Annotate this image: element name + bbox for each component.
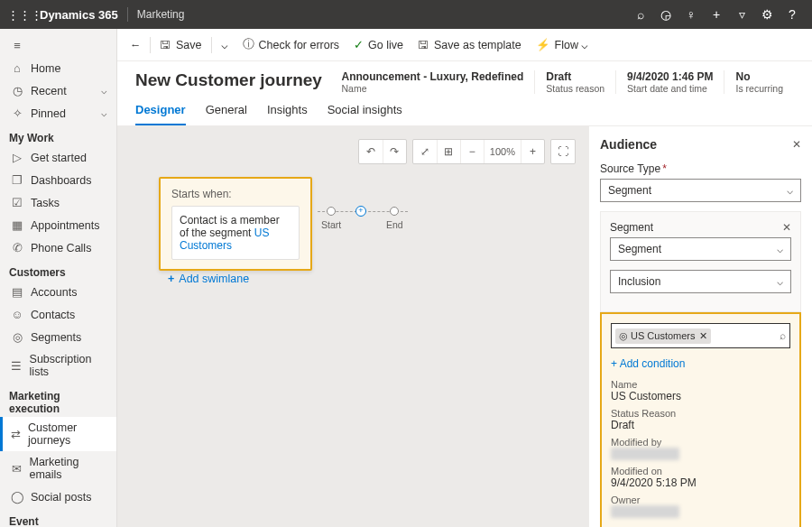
nav-home[interactable]: ⌂Home [0, 57, 116, 79]
nav-social[interactable]: ◯Social posts [0, 485, 116, 508]
map-icon[interactable]: ⊞ [437, 140, 460, 163]
segment-label: Segment [610, 221, 653, 234]
tab-social-insights[interactable]: Social insights [328, 94, 402, 125]
nav-emails[interactable]: ✉Marketing emails [0, 451, 116, 485]
back-button[interactable]: ← [123, 32, 148, 59]
inclusion-dropdown[interactable]: Inclusion [610, 270, 791, 293]
flow-connector: + Start End [318, 211, 408, 212]
filter-icon[interactable]: ▿ [729, 7, 754, 22]
segment-lookup[interactable]: ◎US Customers✕ ⌕ [611, 323, 790, 348]
nav-phone[interactable]: ✆Phone Calls [0, 236, 116, 259]
panel-close-icon[interactable]: ✕ [792, 138, 801, 151]
tile-heading: Starts when: [171, 188, 300, 200]
form-tabs: Designer General Insights Social insight… [117, 94, 812, 126]
search-icon[interactable]: ⌕ [628, 7, 653, 22]
save-button[interactable]: 🖫Save [152, 32, 209, 59]
meta-start: 9/4/2020 1:46 PM [627, 70, 713, 83]
nav-section-mywork: My Work [0, 125, 116, 146]
task-icon[interactable]: ◶ [653, 7, 678, 22]
detail-modifiedby: ████████ [611, 448, 679, 460]
global-top-bar: ⋮⋮⋮ Dynamics 365 Marketing ⌕ ◶ ♀ + ▿ ⚙ ? [0, 0, 812, 29]
zoom-out-icon[interactable]: − [460, 140, 484, 163]
nav-getstarted[interactable]: ▷Get started [0, 146, 116, 169]
nav-pinned[interactable]: ✧Pinned⌵ [0, 102, 116, 125]
source-type-dropdown[interactable]: Segment [600, 179, 801, 202]
nav-tasks[interactable]: ☑Tasks [0, 191, 116, 214]
nav-hamburger[interactable]: ≡ [0, 34, 116, 57]
go-live-button[interactable]: ✓Go live [346, 32, 411, 59]
nav-section-customers: Customers [0, 259, 116, 281]
nav-journeys[interactable]: ⇄Customer journeys [0, 417, 116, 451]
detail-modifiedon: 9/4/2020 5:18 PM [611, 476, 790, 489]
meta-recurring: No [735, 70, 783, 83]
nav-dashboards[interactable]: ❐Dashboards [0, 169, 116, 191]
product-name: Dynamics 365 [40, 8, 118, 22]
check-errors-button[interactable]: ⓘCheck for errors [235, 32, 347, 59]
detail-owner: ████████ [611, 505, 679, 518]
meta-name: Announcement - Luxury, Redefined [341, 70, 523, 83]
area-name[interactable]: Marketing [137, 8, 185, 21]
add-condition-link[interactable]: + Add condition [611, 357, 790, 370]
flow-start-node[interactable] [327, 207, 336, 216]
redo-button[interactable]: ↷ [383, 140, 406, 163]
chip-remove-icon[interactable]: ✕ [699, 330, 707, 342]
nav-segments[interactable]: ◎Segments [0, 326, 116, 348]
nav-appointments[interactable]: ▦Appointments [0, 214, 116, 236]
page-header: New Customer journey Announcement - Luxu… [117, 61, 812, 94]
start-tile[interactable]: Starts when: Contact is a member of the … [159, 177, 312, 271]
settings-icon[interactable]: ⚙ [754, 7, 780, 22]
undo-button[interactable]: ↶ [359, 140, 383, 163]
flow-add-node[interactable]: + [355, 206, 366, 217]
zoom-in-icon[interactable]: + [521, 140, 544, 163]
app-launcher-icon[interactable]: ⋮⋮⋮ [7, 8, 36, 22]
segment-dropdown[interactable]: Segment [610, 237, 791, 261]
highlighted-details: ◎US Customers✕ ⌕ + Add condition Name US… [600, 312, 801, 527]
nav-recent[interactable]: ◷Recent⌵ [0, 79, 116, 102]
nav-sublists[interactable]: ☰Subscription lists [0, 348, 116, 383]
flow-end-node[interactable] [390, 207, 399, 216]
meta-status: Draft [546, 70, 604, 83]
zoom-level: 100% [484, 140, 521, 163]
lookup-search-icon[interactable]: ⌕ [780, 329, 786, 342]
add-swimlane-button[interactable]: Add swimlane [168, 273, 249, 285]
audience-panel: Audience ✕ Source Type* Segment Segment✕… [588, 126, 812, 527]
lookup-chip: ◎US Customers✕ [615, 328, 711, 344]
segment-remove-icon[interactable]: ✕ [782, 221, 791, 234]
help-icon[interactable]: ? [780, 7, 805, 22]
tile-body: Contact is a member of the segment US Cu… [171, 206, 300, 260]
save-template-button[interactable]: 🖫Save as template [411, 32, 529, 59]
plus-icon[interactable]: + [704, 7, 729, 22]
detail-name: US Customers [611, 390, 790, 402]
detail-status: Draft [611, 419, 790, 431]
tab-general[interactable]: General [206, 94, 247, 125]
left-navigation: ≡ ⌂Home ◷Recent⌵ ✧Pinned⌵ My Work ▷Get s… [0, 29, 117, 527]
nav-section-events: Event management [0, 508, 116, 527]
tab-designer[interactable]: Designer [135, 94, 186, 125]
page-title: New Customer journey [135, 70, 322, 90]
flow-button[interactable]: ⚡Flow ⌵ [529, 32, 596, 59]
tab-insights[interactable]: Insights [267, 94, 308, 125]
command-bar: ← 🖫Save ⌵ ⓘCheck for errors ✓Go live 🖫Sa… [117, 29, 812, 61]
fullscreen-icon[interactable]: ⛶ [551, 140, 575, 163]
source-type-label: Source Type [600, 162, 660, 175]
lightbulb-icon[interactable]: ♀ [678, 7, 704, 22]
panel-title: Audience [600, 137, 657, 152]
nav-accounts[interactable]: ▤Accounts [0, 281, 116, 303]
nav-section-marketing: Marketing execution [0, 383, 116, 417]
expand-icon[interactable]: ⤢ [413, 140, 437, 163]
nav-contacts[interactable]: ☺Contacts [0, 303, 116, 326]
journey-canvas[interactable]: ↶ ↷ ⤢ ⊞ − 100% + ⛶ Starts when: [117, 126, 588, 527]
save-dropdown[interactable]: ⌵ [214, 32, 235, 59]
